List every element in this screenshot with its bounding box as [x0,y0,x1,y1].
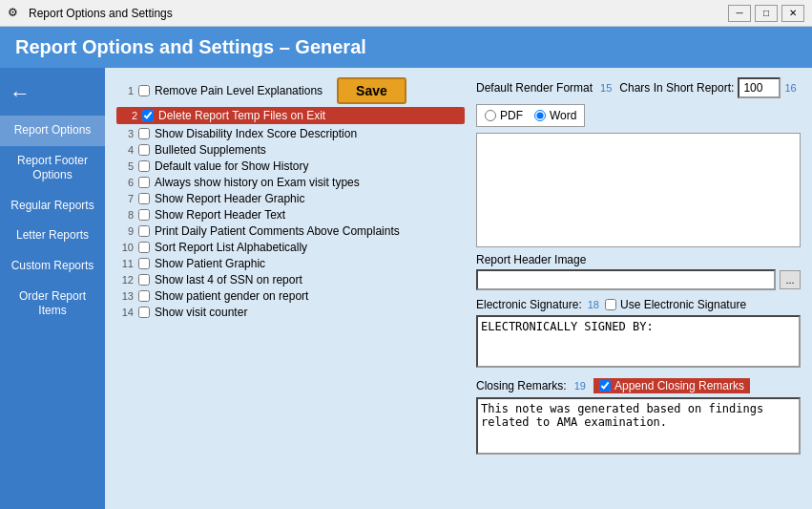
checkbox-13[interactable] [138,290,150,302]
closing-fieldnum: 19 [574,380,586,392]
left-panel: 1 Remove Pain Level Explanations Save 2 … [116,77,465,457]
esig-checkbox-wrapper: Use Electronic Signature [605,298,746,311]
esig-label: Electronic Signature: [476,298,582,311]
checklist-label-11: Show Patient Graphic [155,257,265,270]
checklist-row-3: 3Show Disability Index Score Description [116,127,465,140]
checklist-label-6: Always show history on Exam visit types [155,176,360,189]
checkbox-5[interactable] [138,160,150,172]
checklist-label-3: Show Disability Index Score Description [155,127,357,140]
title-bar-title: Report Options and Settings [29,7,173,20]
checklist-label-12: Show last 4 of SSN on report [155,273,302,286]
radio-word: Word [534,109,576,122]
checkbox-8[interactable] [138,209,150,221]
chars-fieldnum: 16 [784,82,796,94]
checklist-row-1: 1 Remove Pain Level Explanations Save [116,77,465,104]
checkbox-6[interactable] [138,177,150,188]
checklist-label-1: Remove Pain Level Explanations [155,84,323,97]
checklist-row-4: 4Bulleted Supplements [116,143,465,157]
checkbox-4[interactable] [138,144,150,156]
report-header-label: Report Header Image [476,253,801,266]
esig-fieldnum: 18 [588,299,599,310]
sidebar-item-order-report[interactable]: Order Report Items [0,282,105,327]
checklist-label-5: Default value for Show History [155,159,308,173]
checklist-row-7: 7Show Report Header Graphic [116,192,465,205]
checkbox-9[interactable] [138,225,150,237]
closing-textarea[interactable]: This note was generated based on finding… [476,397,801,455]
minimize-button[interactable]: ─ [728,5,751,22]
checklist-label-8: Show Report Header Text [155,208,285,222]
header-image-input[interactable] [476,269,776,290]
page-header: Report Options and Settings – General [0,27,812,68]
checklist-label-4: Bulleted Supplements [155,143,266,157]
checklist-row-11: 11Show Patient Graphic [116,257,465,270]
chars-label: Chars In Short Report: [619,81,734,95]
back-button[interactable]: ← [0,75,105,112]
checklist-row-10: 10Sort Report List Alphabetically [116,241,465,254]
checklist-row-2: 2 Delete Report Temp Files on Exit [116,107,465,124]
radio-pdf-input[interactable] [485,110,496,121]
radio-pdf: PDF [485,109,523,122]
checkbox-12[interactable] [138,274,150,286]
checkbox-2[interactable] [142,110,154,121]
radio-pdf-label: PDF [500,109,523,122]
sidebar-item-custom-reports[interactable]: Custom Reports [0,251,105,282]
checklist-row-5: 5Default value for Show History [116,159,465,173]
checklist-row-9: 9Print Daily Patient Comments Above Comp… [116,224,465,238]
restore-button[interactable]: □ [755,5,778,22]
two-col-layout: 1 Remove Pain Level Explanations Save 2 … [116,77,801,457]
main-content: 1 Remove Pain Level Explanations Save 2 … [105,68,812,509]
checkbox-10[interactable] [138,242,150,253]
esig-textarea[interactable]: ELECTRONICALLY SIGNED BY: [476,315,801,368]
browse-button[interactable]: ... [780,270,801,289]
append-text: Append Closing Remarks [614,379,744,392]
sidebar: ← Report Options Report Footer Options R… [0,68,105,509]
checklist-label-7: Show Report Header Graphic [155,192,304,205]
sidebar-item-letter-reports[interactable]: Letter Reports [0,221,105,251]
chars-wrapper: Chars In Short Report: 16 [619,77,796,98]
render-format-fieldnum: 15 [600,82,612,94]
save-button[interactable]: Save [337,77,406,104]
esig-checkbox-label: Use Electronic Signature [620,298,746,311]
checklist-rows: 3Show Disability Index Score Description… [116,127,465,319]
content-area: ← Report Options Report Footer Options R… [0,68,812,509]
render-format-box: PDF Word [476,104,585,127]
checkbox-11[interactable] [138,258,150,269]
checkbox-3[interactable] [138,128,150,139]
checkbox-7[interactable] [138,193,150,204]
closing-label: Closing Remarks: [476,379,567,392]
checklist-row-12: 12Show last 4 of SSN on report [116,273,465,286]
title-bar-controls: ─ □ ✕ [728,5,804,22]
right-panel: Default Render Format 15 Chars In Short … [476,77,801,457]
checkbox-1[interactable] [138,85,150,96]
image-preview [476,133,801,247]
chars-input[interactable] [738,77,781,98]
render-format-section: Default Render Format 15 Chars In Short … [476,77,801,98]
checklist-row-13: 13Show patient gender on report [116,289,465,303]
append-label: Append Closing Remarks [593,378,750,393]
checkbox-14[interactable] [138,307,150,318]
checklist-label-10: Sort Report List Alphabetically [155,241,307,254]
esig-row: Electronic Signature: 18 Use Electronic … [476,298,801,311]
checklist-row-14: 14Show visit counter [116,306,465,319]
main-container: Report Options and Settings – General ← … [0,27,812,509]
closing-row: Closing Remarks: 19 Append Closing Remar… [476,378,801,393]
esig-checkbox[interactable] [605,299,616,310]
radio-word-input[interactable] [534,110,546,121]
sidebar-item-report-options[interactable]: Report Options [0,116,105,146]
append-checkbox[interactable] [599,380,611,392]
radio-word-label: Word [550,109,576,122]
app-icon: ⚙ [8,6,23,21]
render-format-label: Default Render Format [476,81,593,95]
title-bar: ⚙ Report Options and Settings ─ □ ✕ [0,0,812,27]
header-image-row: ... [476,269,801,290]
checklist-row-8: 8Show Report Header Text [116,208,465,222]
checklist-row-6: 6Always show history on Exam visit types [116,176,465,189]
sidebar-item-report-footer[interactable]: Report Footer Options [0,146,105,191]
sidebar-item-regular-reports[interactable]: Regular Reports [0,191,105,222]
checklist-label-14: Show visit counter [155,306,247,319]
checklist-label-2: Delete Report Temp Files on Exit [158,109,325,122]
checklist-label-9: Print Daily Patient Comments Above Compl… [155,224,400,238]
page-title: Report Options and Settings – General [15,36,366,57]
close-button[interactable]: ✕ [781,5,804,22]
checklist-label-13: Show patient gender on report [155,289,308,303]
